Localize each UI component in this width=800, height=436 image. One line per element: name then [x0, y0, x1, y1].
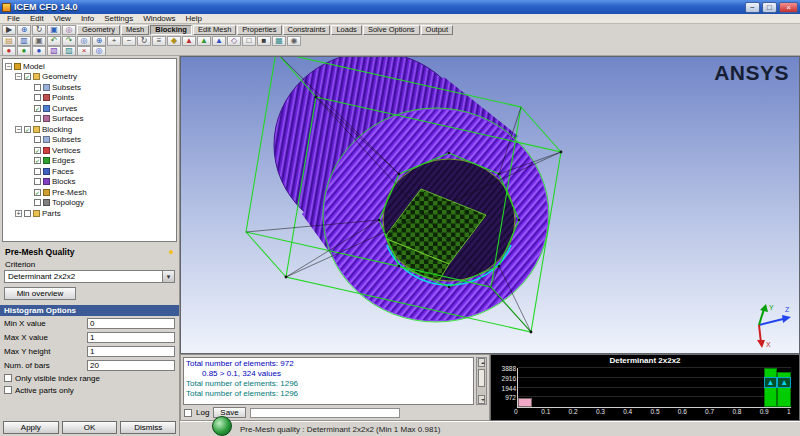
menu-view[interactable]: View [49, 14, 76, 24]
scroll-up-icon[interactable] [478, 358, 485, 367]
viewport-3d[interactable]: ANSYS Z Y X [180, 56, 800, 354]
tree-node-label[interactable]: Model [23, 62, 45, 71]
tree-checkbox[interactable]: ✓ [34, 157, 41, 164]
dismiss-button[interactable]: Dismiss [120, 421, 176, 434]
tree-row[interactable]: Subsets [3, 82, 176, 93]
collapse-toggle-icon[interactable]: − [15, 126, 22, 133]
tree-row[interactable]: Faces [3, 166, 176, 177]
blocking-display-icon[interactable]: ● [32, 46, 46, 56]
zoom-in-icon[interactable]: + [107, 36, 121, 46]
tab-properties[interactable]: Properties [237, 25, 281, 35]
histogram-plot[interactable]: 97219442916388800.10.20.30.40.50.60.70.8… [517, 368, 791, 408]
tree-node-label[interactable]: Points [52, 93, 74, 102]
tree-row[interactable]: Topology [3, 198, 176, 209]
view-x-icon[interactable]: ▲ [182, 36, 196, 46]
histogram-bar[interactable] [518, 398, 532, 407]
collapse-toggle-icon[interactable]: − [15, 73, 22, 80]
tree-node-label[interactable]: Subsets [52, 83, 81, 92]
menu-settings[interactable]: Settings [99, 14, 138, 24]
cut-plane-icon[interactable]: ▧ [47, 46, 61, 56]
zoom-select-icon[interactable]: ⊕ [17, 25, 31, 35]
tree-node-label[interactable]: Blocking [42, 125, 72, 134]
tab-geometry[interactable]: Geometry [77, 25, 120, 35]
tree-node-label[interactable]: Edges [52, 156, 75, 165]
iso-view-icon[interactable]: ◇ [227, 36, 241, 46]
tree-checkbox[interactable]: ✓ [34, 147, 41, 154]
select-pointer-icon[interactable]: ▶ [2, 25, 16, 35]
save-path-input[interactable] [250, 408, 400, 418]
criterion-select[interactable]: Determinant 2x2x2 ▼ [4, 270, 175, 283]
tree-node-label[interactable]: Topology [52, 198, 84, 207]
tree-row[interactable]: ✓Edges [3, 156, 176, 167]
tab-mesh[interactable]: Mesh [121, 25, 149, 35]
box-zoom-icon[interactable]: ⊕ [92, 36, 106, 46]
tree-node-label[interactable]: Subsets [52, 135, 81, 144]
num-of-bars-input[interactable] [87, 360, 175, 371]
tree-checkbox[interactable]: ✓ [34, 189, 41, 196]
pan-view-icon[interactable]: ≡ [152, 36, 166, 46]
tree-row[interactable]: ✓Vertices [3, 145, 176, 156]
message-scrollbar[interactable] [476, 357, 487, 405]
screen-capture-icon[interactable]: ▣ [32, 36, 46, 46]
geometry-display-icon[interactable]: ● [2, 46, 16, 56]
tree-checkbox[interactable] [34, 168, 41, 175]
checkbox[interactable] [4, 374, 12, 382]
tree-node-label[interactable]: Parts [42, 209, 61, 218]
tree-row[interactable]: −Model [3, 61, 176, 72]
tree-checkbox[interactable] [34, 94, 41, 101]
tab-loads[interactable]: Loads [331, 25, 361, 35]
min-overview-button[interactable]: Min overview [4, 287, 76, 300]
ok-button[interactable]: OK [62, 421, 118, 434]
tree-node-label[interactable]: Curves [52, 104, 77, 113]
tree-checkbox[interactable]: ✓ [24, 126, 31, 133]
settings-gear-icon[interactable]: ◉ [287, 36, 301, 46]
info-icon[interactable]: ◎ [92, 46, 106, 56]
delete-icon[interactable]: × [77, 46, 91, 56]
menu-file[interactable]: File [2, 14, 25, 24]
fit-window-icon[interactable]: ◎ [77, 36, 91, 46]
close-button[interactable]: × [779, 2, 798, 13]
tree-row[interactable]: ✓Pre-Mesh [3, 187, 176, 198]
tree-row[interactable]: +Parts [3, 208, 176, 219]
histogram-bar[interactable] [764, 368, 778, 407]
display-options-icon[interactable]: ◎ [62, 25, 76, 35]
tree-row[interactable]: −✓Blocking [3, 124, 176, 135]
apply-button[interactable]: Apply [3, 421, 59, 434]
scroll-down-icon[interactable] [478, 395, 485, 404]
save-project-icon[interactable]: ▥ [17, 36, 31, 46]
tab-output[interactable]: Output [421, 25, 454, 35]
tree-row[interactable]: Surfaces [3, 114, 176, 125]
tree-checkbox[interactable]: ✓ [34, 105, 41, 112]
message-list[interactable]: Total number of elements: 9720.85 > 0.1,… [183, 357, 474, 405]
tree-row[interactable]: Blocks [3, 177, 176, 188]
chevron-down-icon[interactable]: ▼ [162, 271, 174, 282]
tree-node-label[interactable]: Faces [52, 167, 74, 176]
maximize-button[interactable]: □ [762, 2, 777, 13]
title-bar[interactable]: ICEM CFD 14.0 − □ × [0, 0, 800, 14]
tree-checkbox[interactable] [34, 199, 41, 206]
tree-checkbox[interactable] [34, 115, 41, 122]
view-z-icon[interactable]: ▲ [212, 36, 226, 46]
tab-edit-mesh[interactable]: Edit Mesh [193, 25, 236, 35]
checkbox[interactable] [4, 386, 12, 394]
tree-node-label[interactable]: Geometry [42, 72, 77, 81]
tree-checkbox[interactable] [34, 136, 41, 143]
max-x-value-input[interactable] [87, 332, 175, 343]
rotate-view-icon[interactable]: ↻ [137, 36, 151, 46]
solid-display-icon[interactable]: ■ [257, 36, 271, 46]
wireframe-display-icon[interactable]: □ [242, 36, 256, 46]
menu-help[interactable]: Help [181, 14, 207, 24]
tree-checkbox[interactable] [34, 84, 41, 91]
minimize-button[interactable]: − [745, 2, 760, 13]
tree-row[interactable]: Subsets [3, 135, 176, 146]
zoom-out-icon[interactable]: − [122, 36, 136, 46]
expand-toggle-icon[interactable]: + [15, 210, 22, 217]
rotate-mode-icon[interactable]: ↻ [32, 25, 46, 35]
min-x-value-input[interactable] [87, 318, 175, 329]
tree-node-label[interactable]: Blocks [52, 177, 76, 186]
open-file-icon[interactable]: ▤ [2, 36, 16, 46]
tree-row[interactable]: −✓Geometry [3, 72, 176, 83]
tab-blocking[interactable]: Blocking [150, 25, 192, 35]
tree-node-label[interactable]: Pre-Mesh [52, 188, 87, 197]
redo-icon[interactable]: ↷ [62, 36, 76, 46]
